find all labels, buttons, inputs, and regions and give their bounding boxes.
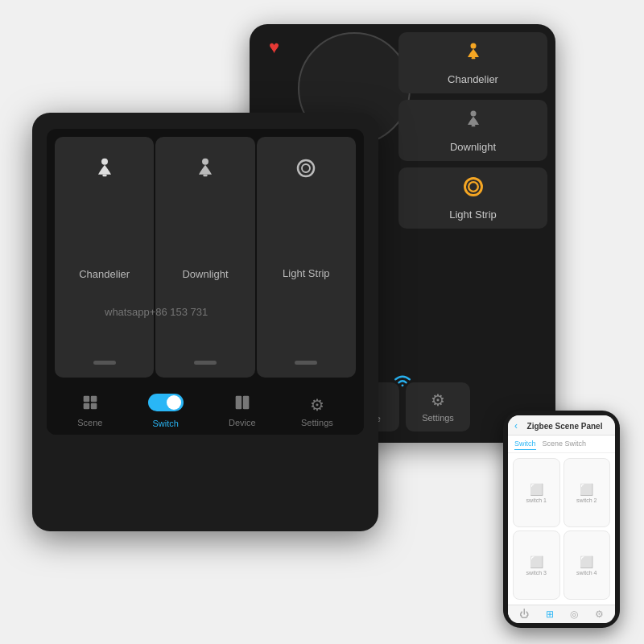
phone-switch-4[interactable]: ⬜ switch 4 [564, 530, 611, 600]
front-nav-scene[interactable]: Scene [77, 394, 102, 427]
svg-point-5 [469, 182, 478, 192]
svg-rect-17 [91, 396, 97, 402]
phone-title: Zigbee Scene Panel [521, 422, 609, 431]
wifi-signal-icon [391, 372, 414, 394]
switch-grid: Chandelier Downlight [47, 129, 364, 378]
svg-point-2 [470, 111, 476, 117]
scene-label: Scene [77, 418, 102, 427]
svg-point-10 [101, 159, 108, 165]
device-item-chandelier[interactable]: Chandelier [398, 32, 547, 93]
phone-screen: ‹ Zigbee Scene Panel Switch Scene Switch… [508, 415, 615, 623]
lightstrip-icon [462, 175, 485, 204]
phone-grid: ⬜ switch 1 ⬜ switch 2 ⬜ switch 3 ⬜ switc… [508, 453, 615, 605]
back-settings-label: Settings [422, 413, 454, 423]
phone-bb-grid[interactable]: ⊞ [546, 609, 554, 620]
phone-bb-circle[interactable]: ◎ [570, 609, 578, 620]
svg-rect-18 [83, 403, 89, 410]
lightstrip-label: Light Strip [449, 208, 497, 221]
svg-point-0 [470, 43, 476, 49]
phone-sw1-icon: ⬜ [530, 483, 543, 496]
phone-bottom-bar: ⏻ ⊞ ◎ ⚙ [508, 605, 615, 623]
phone-sw2-label: switch 2 [576, 497, 597, 503]
svg-rect-13 [203, 175, 207, 177]
settings-icon-nav: ⚙ [431, 390, 445, 410]
svg-point-12 [202, 159, 208, 165]
front-nav-switch[interactable]: Switch [148, 394, 184, 428]
downlight-label: Downlight [450, 141, 496, 153]
svg-rect-1 [471, 57, 475, 59]
phone-sw4-label: switch 4 [576, 570, 597, 576]
device-label-front: Device [229, 418, 256, 427]
svg-rect-16 [83, 396, 89, 402]
front-panel: Chandelier Downlight [32, 113, 378, 531]
svg-rect-21 [243, 396, 250, 410]
phone-bb-settings[interactable]: ⚙ [595, 609, 604, 620]
chandelier-icon [462, 40, 485, 68]
tab-scene-switch[interactable]: Scene Switch [543, 438, 587, 450]
phone-sw1-label: switch 1 [526, 497, 547, 503]
phone-sw2-icon: ⬜ [580, 483, 593, 496]
chandelier-indicator [93, 361, 116, 365]
settings-icon-front: ⚙ [310, 395, 324, 415]
phone-sw3-icon: ⬜ [530, 555, 543, 568]
svg-rect-19 [91, 403, 97, 410]
lightstrip-indicator [295, 361, 317, 365]
switch-label: Switch [153, 419, 179, 428]
svg-rect-20 [236, 396, 242, 410]
phone-back-icon[interactable]: ‹ [514, 420, 518, 431]
chandelier-cell-label: Chandelier [79, 268, 130, 280]
phone-switch-3[interactable]: ⬜ switch 3 [513, 530, 560, 600]
lightstrip-cell-icon [294, 156, 318, 186]
heart-icon: ♥ [269, 37, 279, 58]
phone-tabs: Switch Scene Switch [508, 436, 615, 453]
scene-icon [82, 394, 98, 415]
downlight-indicator [194, 361, 217, 365]
phone-switch-2[interactable]: ⬜ switch 2 [564, 458, 611, 527]
lightstrip-cell-label: Light Strip [283, 267, 330, 279]
switch-cell-chandelier[interactable]: Chandelier [55, 137, 154, 378]
back-nav-settings[interactable]: ⚙ Settings [406, 382, 470, 431]
downlight-icon [462, 108, 485, 136]
phone-switch-1[interactable]: ⬜ switch 1 [513, 458, 560, 527]
device-icon-front [234, 394, 250, 415]
svg-rect-3 [471, 125, 475, 126]
front-bottom-nav: Scene Switch Device ⚙ Settings [47, 384, 364, 435]
phone-bb-power[interactable]: ⏻ [519, 609, 529, 620]
device-item-downlight[interactable]: Downlight [398, 100, 547, 161]
downlight-cell-icon [192, 156, 218, 188]
device-item-lightstrip[interactable]: Light Strip [398, 167, 547, 229]
tab-switch[interactable]: Switch [514, 438, 536, 450]
phone-header: ‹ Zigbee Scene Panel [508, 415, 615, 436]
svg-point-4 [464, 179, 481, 196]
phone-sw4-icon: ⬜ [580, 555, 593, 568]
chandelier-label: Chandelier [448, 73, 498, 85]
downlight-cell-label: Downlight [182, 268, 228, 280]
inner-screen: Chandelier Downlight [47, 129, 364, 435]
switch-toggle-icon [148, 394, 184, 415]
device-list: Chandelier Downlight Light Strip [398, 32, 547, 229]
svg-point-15 [302, 164, 310, 172]
front-nav-settings[interactable]: ⚙ Settings [301, 395, 333, 427]
switch-cell-lightstrip[interactable]: Light Strip [257, 137, 356, 378]
svg-point-14 [298, 160, 314, 176]
settings-label-front: Settings [301, 418, 333, 427]
svg-rect-11 [102, 175, 106, 177]
chandelier-cell-icon [92, 156, 118, 188]
phone-sw3-label: switch 3 [526, 570, 547, 576]
front-nav-device[interactable]: Device [229, 394, 256, 427]
switch-cell-downlight[interactable]: Downlight [155, 137, 254, 378]
phone-mock: ‹ Zigbee Scene Panel Switch Scene Switch… [503, 411, 620, 628]
